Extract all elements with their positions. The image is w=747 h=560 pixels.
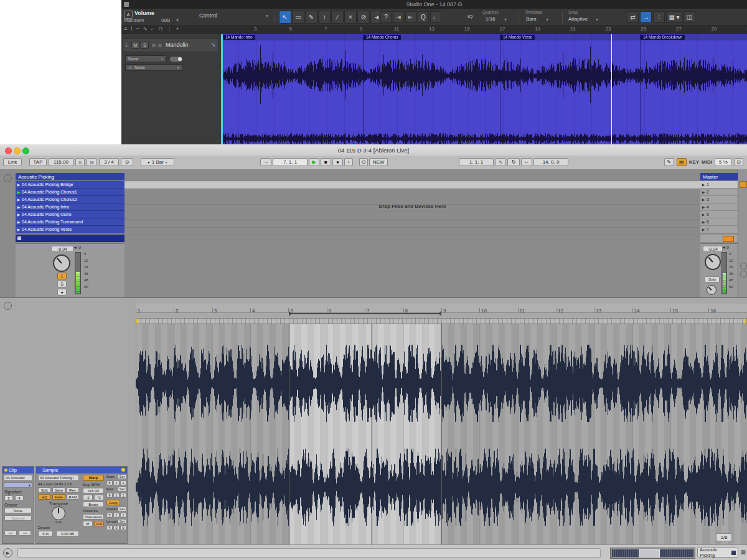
clip-label[interactable]: 14 Mando Breakdown <box>641 35 685 40</box>
scene-slot[interactable]: ▶5 <box>700 211 738 218</box>
session-clip-slot[interactable]: ▶04 Acoustic Picking Chorus2 <box>16 196 125 203</box>
session-clip-slot[interactable]: ▶04 Acoustic Picking Bridge <box>16 181 125 189</box>
nudge-back-button[interactable]: << <box>4 530 17 536</box>
arrangement-overview[interactable] <box>610 548 695 559</box>
scene-slot[interactable]: ▶1 <box>700 181 738 189</box>
split-tool[interactable]: ✎ <box>305 11 317 24</box>
transient-envelope-field[interactable]: 100 <box>94 521 104 526</box>
draw-mode-button[interactable]: ✎ <box>664 158 674 166</box>
volume-knob[interactable] <box>53 254 70 272</box>
start-beat-field[interactable]: 1 <box>113 480 120 485</box>
next-marker-button[interactable]: ⇥ <box>393 11 404 23</box>
snap-value-dropdown[interactable]: Adaptive <box>568 16 588 22</box>
loop-length-field[interactable]: 14. 0. 0 <box>533 158 568 166</box>
clip-play-icon[interactable]: ▶ <box>16 212 22 217</box>
commit-button[interactable]: Commit <box>4 515 32 521</box>
clip-panel-header[interactable]: Clip <box>2 467 34 474</box>
start-sixteenth-field[interactable]: 1 <box>120 480 126 485</box>
length-sixteenth-field[interactable]: 0 <box>120 525 126 530</box>
overview-button[interactable] <box>740 271 747 278</box>
add-track-icon[interactable]: + <box>176 26 179 32</box>
loop-start-field[interactable]: 1. 1. 1 <box>459 158 494 166</box>
start-bar-field[interactable]: 5 <box>106 480 113 485</box>
monitor-indicator[interactable] <box>158 44 162 47</box>
clip-play-icon[interactable]: ▶ <box>16 205 22 209</box>
loop-toggle[interactable]: ↻ <box>507 158 520 166</box>
sample-panel-header[interactable]: Sample <box>36 467 127 474</box>
tempo-field[interactable]: 115.00 <box>49 158 73 166</box>
session-grid-rows[interactable] <box>125 181 700 242</box>
param-value-dropdown[interactable]: 0dB <box>161 17 170 23</box>
playhead[interactable] <box>611 34 612 144</box>
clip-stop-slot-selected[interactable] <box>16 235 125 242</box>
scene-slot[interactable]: ▶3 <box>700 196 738 203</box>
length-beat-field[interactable]: 0 <box>113 525 120 530</box>
punch-in-toggle[interactable]: ∿ <box>495 158 506 166</box>
follow-button[interactable]: → <box>260 158 271 166</box>
sample-name-field[interactable]: 04 Acoustic Picking I <box>38 475 79 481</box>
session-clip-slot[interactable]: ▶04 Acoustic Picking Verse <box>16 226 125 233</box>
scene-slot[interactable]: ▶6 <box>700 218 738 226</box>
position-sixteenth-field[interactable]: 1 <box>120 513 126 518</box>
double-tempo-button[interactable]: *2 <box>94 495 104 500</box>
arrangement-position-field[interactable]: 7. 1. 1 <box>273 158 308 166</box>
select-tool[interactable]: ↖ <box>279 11 291 24</box>
ram-toggle[interactable]: RAM <box>67 494 79 500</box>
prev-marker-button[interactable]: ⇤ <box>405 11 416 23</box>
clip-label[interactable]: 14 Mando Chorus <box>364 35 401 40</box>
wave-icon[interactable]: ∿ <box>143 26 148 32</box>
session-overdub-button[interactable]: O <box>359 158 368 166</box>
panel-toggle[interactable]: ◦ <box>4 302 12 310</box>
nudge-down-button[interactable]: ||| <box>75 158 85 166</box>
quantize-button[interactable]: Q <box>418 11 429 23</box>
groove-menu[interactable]: None <box>4 508 32 513</box>
edit-button[interactable]: Edit <box>38 487 51 493</box>
maximize-button[interactable] <box>22 147 29 154</box>
clip-label[interactable]: 14 Mando Intro <box>223 35 255 40</box>
loop-brace[interactable] <box>289 313 441 318</box>
overview-viewport[interactable] <box>639 549 660 558</box>
track-name[interactable]: Mandolin <box>166 42 189 48</box>
io-show-toggle[interactable]: ◦ <box>4 174 12 182</box>
corner-icon[interactable]: ⌐ <box>151 26 154 32</box>
eraser-tool[interactable]: ≀ <box>318 11 331 24</box>
clip-label[interactable]: 14 Mando Verse <box>500 35 535 40</box>
midi-map-button[interactable]: MIDI <box>702 159 712 165</box>
solo-button[interactable]: S <box>141 42 149 49</box>
add-locator-button[interactable]: + <box>344 158 353 166</box>
scene-play-icon[interactable]: ▶ <box>700 190 707 194</box>
control-dropdown-chevron-icon[interactable]: ▾ <box>266 13 268 19</box>
close-button[interactable] <box>5 147 12 154</box>
overview-button[interactable] <box>740 263 747 269</box>
seg-bpm-field[interactable]: 115.00 <box>83 488 104 493</box>
range-tool[interactable]: ▭ <box>292 11 304 24</box>
back-to-arrangement-button[interactable] <box>723 236 734 242</box>
bend-tool[interactable]: ⊘ <box>357 11 370 24</box>
record-button[interactable]: ● <box>332 158 343 166</box>
signature-denominator-field[interactable]: 4 <box>15 495 24 501</box>
save-button[interactable]: Save <box>52 487 65 493</box>
scene-play-icon[interactable]: ▶ <box>700 205 707 209</box>
mute-button[interactable]: M <box>131 42 139 49</box>
transient-loop-mode-button[interactable]: ⇄ <box>83 521 93 526</box>
loop-end-handle[interactable] <box>438 311 441 316</box>
length-bar-field[interactable]: 4 <box>106 525 113 530</box>
edit-start-marker[interactable] <box>221 34 223 144</box>
position-bar-field[interactable]: 5 <box>106 513 113 518</box>
clip-play-icon[interactable]: ▶ <box>16 182 22 187</box>
end-bar-field[interactable]: 9 <box>106 493 113 498</box>
track-header[interactable]: 1 M S Mandolin ∿ <box>123 39 219 52</box>
session-clip-slot[interactable]: ▶04 Acoustic Picking Outro <box>16 211 125 218</box>
clip-play-icon[interactable]: ▶ <box>16 227 22 231</box>
scene-stop-row[interactable] <box>700 235 738 243</box>
swap-view-button[interactable]: ⇄ <box>627 11 639 23</box>
arm-button[interactable]: ● <box>57 289 67 296</box>
scene-play-icon[interactable]: ▶ <box>700 212 707 217</box>
session-clip-slot[interactable]: ▶04 Acoustic Picking Chorus1 <box>16 189 125 196</box>
halve-tempo-button[interactable]: :2 <box>83 495 93 500</box>
end-beat-field[interactable]: 1 <box>113 493 120 498</box>
tap-tempo-button[interactable]: TAP <box>29 158 47 166</box>
menu-icon[interactable]: ≡ <box>124 26 127 32</box>
scene-play-icon[interactable]: ▶ <box>700 227 707 231</box>
session-clip-slot[interactable]: ▶04 Acoustic Picking Turnaround <box>16 218 125 226</box>
